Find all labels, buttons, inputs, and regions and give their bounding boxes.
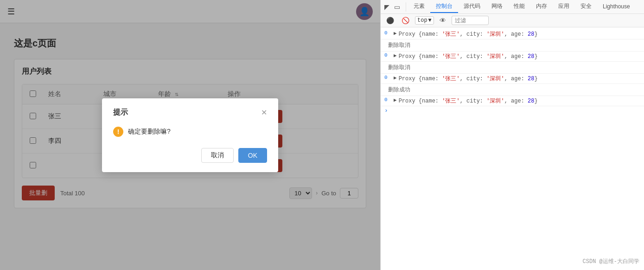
modal-header: 提示 ✕ <box>113 108 267 117</box>
confirm-modal: 提示 ✕ ! 确定要删除嘛? 取消 OK <box>102 98 278 172</box>
device-icon[interactable]: ▭ <box>392 2 402 12</box>
eye-icon[interactable]: 👁 <box>438 16 448 25</box>
line-number: 0 <box>384 30 392 36</box>
expand-arrow-icon[interactable]: ▶ <box>394 52 397 58</box>
status-text: 删除取消 <box>384 40 414 50</box>
tab-lighthouse[interactable]: Lighthouse <box>597 1 636 13</box>
inspect-icon[interactable]: ◤ <box>383 2 391 12</box>
filter-input[interactable] <box>452 16 489 25</box>
warning-icon: ! <box>113 127 123 137</box>
devtools-tabs: ◤ ▭ 元素 控制台 源代码 网络 性能 内存 应用 安全 Lighthouse <box>381 0 644 14</box>
tab-application[interactable]: 应用 <box>553 0 575 13</box>
tab-sources[interactable]: 源代码 <box>458 0 486 13</box>
expand-arrow-icon[interactable]: ▶ <box>394 30 397 36</box>
tab-elements[interactable]: 元素 <box>408 0 430 13</box>
modal-footer: 取消 OK <box>113 148 267 163</box>
line-number: 0 <box>384 97 392 103</box>
cancel-button[interactable]: 取消 <box>201 148 234 163</box>
console-line: 0 ▶ Proxy {name: '张三', city: '深圳', age: … <box>381 51 644 62</box>
tab-memory[interactable]: 内存 <box>530 0 553 13</box>
modal-close-button[interactable]: ✕ <box>261 108 267 117</box>
tab-console[interactable]: 控制台 <box>430 0 458 13</box>
tab-security[interactable]: 安全 <box>575 0 597 13</box>
clear-console-icon[interactable]: ⚫ <box>384 16 396 25</box>
line-number: 0 <box>384 52 392 58</box>
modal-body: ! 确定要删除嘛? <box>113 127 267 137</box>
devtools-toolbar: ⚫ 🚫 top ▼ 👁 <box>381 14 644 27</box>
app-panel: ☰ 👤 这是c页面 用户列表 姓名 城市 年龄 <box>0 0 380 270</box>
line-number: 0 <box>384 75 392 80</box>
dropdown-arrow-icon: ▼ <box>428 17 432 24</box>
modal-overlay: 提示 ✕ ! 确定要删除嘛? 取消 OK <box>0 0 380 270</box>
expand-arrow-icon[interactable]: ▶ <box>394 75 397 81</box>
status-text: 删除成功 <box>384 85 414 95</box>
console-line: 0 ▶ Proxy {name: '张三', city: '深圳', age: … <box>381 29 644 39</box>
console-line: 删除成功 <box>381 84 644 96</box>
tab-performance[interactable]: 性能 <box>508 0 530 13</box>
console-line: 删除取消 <box>381 39 644 51</box>
devtools-panel: ◤ ▭ 元素 控制台 源代码 网络 性能 内存 应用 安全 Lighthouse… <box>380 0 644 270</box>
status-text: 删除取消 <box>384 63 414 72</box>
console-prompt[interactable]: › <box>381 106 644 115</box>
top-select[interactable]: top ▼ <box>415 16 434 25</box>
modal-title: 提示 <box>113 108 128 117</box>
expand-arrow-icon[interactable]: ▶ <box>394 97 397 103</box>
tab-network[interactable]: 网络 <box>486 0 508 13</box>
console-line: 0 ▶ Proxy {name: '张三', city: '深圳', age: … <box>381 96 644 106</box>
modal-message: 确定要删除嘛? <box>128 128 171 136</box>
console-line: 0 ▶ Proxy {name: '张三', city: '深圳', age: … <box>381 74 644 84</box>
watermark: CSDN @运维-大白同学 <box>583 257 639 265</box>
ok-button[interactable]: OK <box>238 148 267 163</box>
devtools-content: 0 ▶ Proxy {name: '张三', city: '深圳', age: … <box>381 27 644 261</box>
console-line: 删除取消 <box>381 62 644 74</box>
filter-icon[interactable]: 🚫 <box>400 16 411 25</box>
